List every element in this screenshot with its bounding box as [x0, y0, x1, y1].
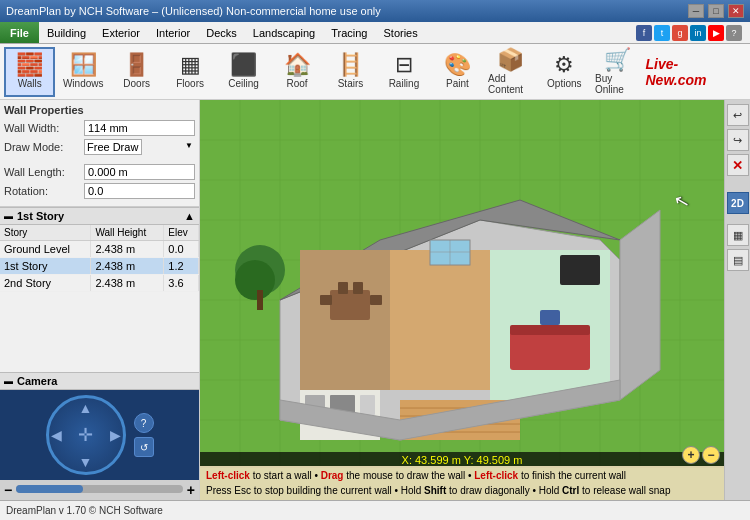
svg-rect-38 — [360, 395, 375, 415]
railing-icon: ⊟ — [395, 54, 413, 76]
tool-buy-online[interactable]: 🛒 Buy Online — [592, 47, 643, 97]
camera-zoom-row: − + — [0, 480, 199, 500]
cam-help-button[interactable]: ? — [134, 413, 154, 433]
stories-title: 1st Story — [17, 210, 64, 222]
col-elev: Elev — [164, 225, 199, 241]
tool-windows[interactable]: 🪟 Windows — [57, 47, 108, 97]
menu-exterior[interactable]: Exterior — [94, 22, 148, 43]
paint-icon: 🎨 — [444, 54, 471, 76]
hint-line1: Left-click to start a wall • Drag the mo… — [206, 468, 718, 483]
wall-props-title: Wall Properties — [4, 104, 195, 116]
cam-reset-button[interactable]: ↺ — [134, 437, 154, 457]
yt-icon[interactable]: ▶ — [708, 25, 724, 41]
tool-floors[interactable]: ▦ Floors — [164, 47, 215, 97]
rotation-value: 0.0 — [84, 183, 195, 199]
viewport[interactable]: ↖ X: 43.599 m Y: 49.509 m Left-click to … — [200, 100, 724, 500]
tool-doors[interactable]: 🚪 Doors — [111, 47, 162, 97]
zoom-controls: + − — [682, 446, 720, 464]
facebook-icon[interactable]: f — [636, 25, 652, 41]
tool-walls[interactable]: 🧱 Walls — [4, 47, 55, 97]
menu-building[interactable]: Building — [39, 22, 94, 43]
svg-rect-34 — [540, 310, 560, 325]
gplus-icon[interactable]: g — [672, 25, 688, 41]
menu-stories[interactable]: Stories — [375, 22, 425, 43]
story-row-2nd[interactable]: 2nd Story 2.438 m 3.6 — [0, 275, 199, 292]
svg-rect-26 — [320, 295, 332, 305]
titlebar: DreamPlan by NCH Software – (Unlicensed)… — [0, 0, 750, 22]
hint-text1: to start a wall • — [253, 470, 321, 481]
doors-icon: 🚪 — [123, 54, 150, 76]
stories-scroll-up[interactable]: ▲ — [184, 210, 195, 222]
col-wall-height: Wall Height — [91, 225, 164, 241]
wall-properties-panel: Wall Properties Wall Width: Draw Mode: F… — [0, 100, 199, 207]
undo-button[interactable]: ↩ — [727, 104, 749, 126]
nav-down-button[interactable]: ▼ — [79, 454, 93, 470]
live-badge[interactable]: Live-New.com — [645, 56, 746, 88]
delete-button[interactable]: ✕ — [727, 154, 749, 176]
svg-rect-32 — [510, 325, 590, 335]
camera-right-controls: ? ↺ — [134, 413, 154, 457]
2d-view-button[interactable]: 2D — [727, 192, 749, 214]
camera-title: Camera — [17, 375, 57, 387]
menu-interior[interactable]: Interior — [148, 22, 198, 43]
maximize-button[interactable]: □ — [708, 4, 724, 18]
tool-roof-label: Roof — [286, 78, 307, 89]
tool-railing[interactable]: ⊟ Railing — [378, 47, 429, 97]
main-area: Wall Properties Wall Width: Draw Mode: F… — [0, 100, 750, 500]
menu-tracing[interactable]: Tracing — [323, 22, 375, 43]
tool-ceiling[interactable]: ⬛ Ceiling — [218, 47, 269, 97]
story-elev-2nd: 3.6 — [164, 275, 199, 292]
tool-options[interactable]: ⚙ Options — [539, 47, 590, 97]
zoom-minus-btn[interactable]: − — [4, 482, 12, 498]
tool-add-content[interactable]: 📦 Add Content — [485, 47, 536, 97]
tool-walls-label: Walls — [18, 78, 42, 89]
redo-button[interactable]: ↪ — [727, 129, 749, 151]
viewport-zoom-minus[interactable]: − — [702, 446, 720, 464]
tool-add-content-label: Add Content — [488, 73, 533, 95]
right-panel: ↩ ↪ ✕ 2D ▦ ▤ — [724, 100, 750, 500]
menu-decks[interactable]: Decks — [198, 22, 245, 43]
hint-text3: to finish the current wall — [521, 470, 626, 481]
svg-rect-27 — [370, 295, 382, 305]
story-row-1st[interactable]: 1st Story 2.438 m 1.2 — [0, 258, 199, 275]
wall-width-input[interactable] — [84, 120, 195, 136]
story-row-ground[interactable]: Ground Level 2.438 m 0.0 — [0, 241, 199, 258]
hint-bar: Left-click to start a wall • Drag the mo… — [200, 466, 724, 500]
nav-up-button[interactable]: ▲ — [79, 400, 93, 416]
svg-rect-31 — [510, 330, 590, 370]
menubar: File Building Exterior Interior Decks La… — [0, 22, 750, 44]
layers-button[interactable]: ▤ — [727, 249, 749, 271]
camera-collapse-icon[interactable]: ▬ — [4, 376, 13, 386]
viewport-zoom-plus[interactable]: + — [682, 446, 700, 464]
minimize-button[interactable]: ─ — [688, 4, 704, 18]
menu-landscaping[interactable]: Landscaping — [245, 22, 323, 43]
nav-left-button[interactable]: ◀ — [51, 427, 62, 443]
linkedin-icon[interactable]: in — [690, 25, 706, 41]
menu-file[interactable]: File — [0, 22, 39, 43]
twitter-icon[interactable]: t — [654, 25, 670, 41]
zoom-slider[interactable] — [16, 485, 183, 493]
stories-section: ▬ 1st Story ▲ Story Wall Height Elev — [0, 207, 199, 372]
help-icon[interactable]: ? — [726, 25, 742, 41]
draw-mode-select[interactable]: Free Draw Straight Curved — [84, 139, 142, 155]
tool-paint-label: Paint — [446, 78, 469, 89]
close-button[interactable]: ✕ — [728, 4, 744, 18]
hint-leftclick1: Left-click — [206, 470, 250, 481]
story-height-1st: 2.438 m — [91, 258, 164, 275]
tool-stairs[interactable]: 🪜 Stairs — [325, 47, 376, 97]
tool-floors-label: Floors — [176, 78, 204, 89]
story-name-ground: Ground Level — [0, 241, 91, 258]
svg-rect-28 — [338, 282, 348, 294]
stories-table-container: Story Wall Height Elev Ground Level 2.43… — [0, 225, 199, 372]
zoom-plus-btn[interactable]: + — [187, 482, 195, 498]
tool-options-label: Options — [547, 78, 581, 89]
draw-mode-label: Draw Mode: — [4, 141, 84, 153]
nav-right-button[interactable]: ▶ — [110, 427, 121, 443]
svg-rect-25 — [330, 290, 370, 320]
grid-button[interactable]: ▦ — [727, 224, 749, 246]
tool-paint[interactable]: 🎨 Paint — [432, 47, 483, 97]
tool-roof[interactable]: 🏠 Roof — [271, 47, 322, 97]
stories-collapse-icon[interactable]: ▬ — [4, 211, 13, 221]
wall-length-value: 0.000 m — [84, 164, 195, 180]
col-story: Story — [0, 225, 91, 241]
